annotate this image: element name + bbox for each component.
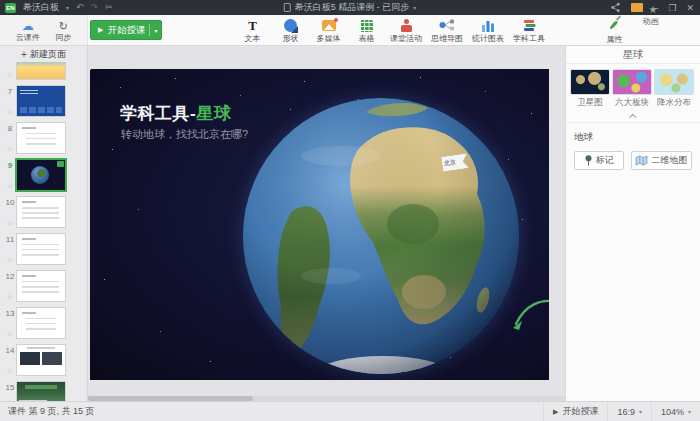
restore-icon[interactable]: ❐ [668,3,676,13]
start-class-caret-icon[interactable]: ▾ [154,27,157,34]
cut-icon[interactable]: ✂ [105,3,113,12]
star-icon[interactable]: ☆ [7,108,13,115]
slide-subtitle[interactable]: 转动地球，找找北京在哪? [121,127,248,142]
pin-icon [584,155,593,166]
tool-label: 学科工具 [513,33,545,44]
slide-thumbnail-15[interactable]: 15 ☆ [3,382,87,401]
map-style-options: 卫星图 六大板块 降水分布 [566,64,700,111]
star-icon[interactable]: ☆ [7,145,13,152]
star-icon[interactable]: ☆ [7,219,13,226]
star-icon[interactable]: ☆ [7,182,13,189]
class-activity-icon [400,19,413,32]
star-icon[interactable]: ☆ [7,367,13,374]
curved-arrow-annotation[interactable] [510,297,549,335]
zoom-level-value: 104% [661,407,684,417]
slide-thumbnail-8[interactable]: 8 ☆ [3,123,87,153]
slide-thumbnail-13[interactable]: 13 ☆ [3,308,87,338]
star-icon: ★ [649,5,658,15]
app-menu[interactable]: 希沃白板 [23,1,59,14]
star-icon[interactable]: ☆ [7,256,13,263]
tool-shape[interactable]: 形状 [274,17,307,44]
toolbar: ☁ 云课件 ↻ 同步 ▶ 开始授课 ▾ T 文本 形状 [0,15,700,46]
mark-button[interactable]: 标记 [574,151,624,170]
satellite-map-thumbnail[interactable] [571,70,609,94]
statusbar: 课件 第 9 页, 共 15 页 ▶ 开始授课 16:9 ▾ 104% ▾ [0,401,700,421]
slide-preview[interactable] [17,86,65,116]
map-button-label: 二维地图 [651,154,687,167]
tab-properties[interactable]: 属性 [607,15,623,45]
slide-number: 10 [6,198,15,207]
close-icon[interactable]: ✕ [686,3,694,13]
slide-preview[interactable] [17,345,65,375]
new-page-button[interactable]: + 新建页面 [0,46,87,62]
precipitation-map-thumbnail[interactable] [655,70,693,94]
tool-stats-chart[interactable]: 统计图表 [470,17,506,44]
map-style-satellite[interactable]: 卫星图 [571,70,609,109]
map-style-precipitation[interactable]: 降水分布 [655,70,693,109]
new-page-label: 新建页面 [30,48,66,61]
tool-table[interactable]: 表格 [350,17,383,44]
horizontal-scrollbar[interactable] [88,396,565,401]
earth-globe-widget[interactable] [241,96,521,376]
slide-canvas[interactable]: 学科工具-星球 转动地球，找找北京在哪? [90,69,549,380]
tool-class-activity[interactable]: 课堂活动 [388,17,424,44]
slide-preview[interactable] [17,197,65,227]
tool-label: 表格 [359,33,375,44]
slide-thumbnail-6[interactable]: ☆ [3,62,87,79]
slide-number: 14 [6,346,15,355]
slide-thumbnail-7[interactable]: 7 ☆ [3,86,87,116]
feedback-icon[interactable] [631,3,643,12]
horizontal-scrollbar-thumb[interactable] [88,396,253,401]
tool-mindmap[interactable]: 思维导图 [429,17,465,44]
earth-section-label: 地球 [574,131,692,144]
aspect-ratio-selector[interactable]: 16:9 ▾ [607,402,651,421]
earth-globe[interactable] [241,96,521,376]
slide-preview[interactable] [17,271,65,301]
slide-preview[interactable] [17,160,65,190]
star-icon[interactable]: ☆ [7,293,13,300]
slide-thumbnail-10[interactable]: 10 ☆ [3,197,87,227]
slide-title[interactable]: 学科工具-星球 [120,102,231,125]
tool-label: 文本 [245,33,261,44]
document-title[interactable]: 希沃白板5 精品课例 - 已同步 [295,1,410,14]
slide-list[interactable]: ☆ 7 ☆ 8 ☆ [0,62,87,401]
slide-preview[interactable] [17,123,65,153]
start-class-button[interactable]: ▶ 开始授课 ▾ [90,20,162,40]
slide-preview[interactable] [17,382,65,401]
sync-button[interactable]: ↻ 同步 [55,21,71,43]
small-star-icon: ☆ [644,14,650,21]
slide-preview[interactable] [17,234,65,264]
caret-down-icon: ▾ [639,408,642,415]
tool-media[interactable]: 多媒体 [312,17,345,44]
tool-text[interactable]: T 文本 [236,17,269,44]
cloud-courseware-button[interactable]: ☁ 云课件 [16,21,40,43]
map-style-plates[interactable]: 六大板块 [613,70,651,109]
slide-preview[interactable] [17,62,65,79]
slide-thumbnail-12[interactable]: 12 ☆ [3,271,87,301]
bar-chart-icon [481,19,495,32]
share-icon[interactable] [610,2,621,13]
slide-thumbnail-9-selected[interactable]: 9 ☆ [3,160,87,190]
zoom-level-selector[interactable]: 104% ▾ [651,402,700,421]
slide-thumbnail-11[interactable]: 11 ☆ [3,234,87,264]
tab-animation[interactable]: ★ ☆ 动画 [643,15,659,45]
undo-icon[interactable]: ↶ [76,3,84,12]
redo-icon[interactable]: ↷ [91,3,99,12]
statusbar-start-class-button[interactable]: ▶ 开始授课 [543,402,607,421]
slide-preview[interactable] [17,308,65,338]
star-icon[interactable]: ☆ [7,330,13,337]
document-title-caret-icon[interactable]: ▾ [413,4,416,11]
app-window: EN 希沃白板 ▾ ↶ ↷ ✂ 希沃白板5 精品课例 - 已同步 ▾ – ❐ ✕ [0,0,700,421]
2d-map-button[interactable]: 二维地图 [631,151,692,170]
panel-tabs: 属性 ★ ☆ 动画 [565,15,700,45]
brush-icon [607,15,622,29]
star-icon[interactable]: ☆ [7,71,13,78]
collapse-section-button[interactable] [566,111,700,123]
map-icon [635,155,648,166]
main-area: + 新建页面 ☆ 7 ☆ [0,46,700,401]
tool-subject-tools[interactable]: 学科工具 [511,17,547,44]
app-menu-caret-icon[interactable]: ▾ [66,4,69,11]
slide-thumbnail-14[interactable]: 14 ☆ [3,345,87,375]
insert-tools: T 文本 形状 多媒体 表格 课堂活动 [236,17,547,44]
plates-map-thumbnail[interactable] [613,70,651,94]
